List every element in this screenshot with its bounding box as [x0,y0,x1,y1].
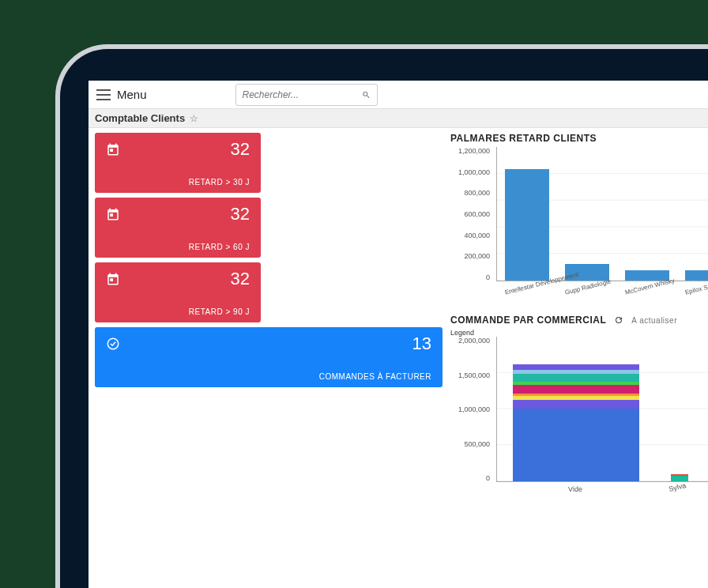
breadcrumb-bar: Comptable Clients ☆ [88,109,708,128]
breadcrumb-title: Comptable Clients [95,112,185,124]
x-tick-label: Epilox Soluti [684,278,708,312]
content-area: 32 RETARD > 30 J 32 RETARD > 60 J 32 RET… [88,128,708,588]
calendar-icon [106,142,120,156]
x-tick-label: Vide [512,485,638,503]
x-axis-labels: Entellestar DéveloppementGupp Radiologie… [496,281,708,305]
card-value: 32 [231,204,250,224]
bar-segment [513,374,639,382]
bar[interactable] [505,169,549,281]
bar-segment [513,400,639,409]
card-value: 32 [231,269,250,289]
menu-label: Menu [117,88,147,101]
card-retard-60[interactable]: 32 RETARD > 60 J [95,198,261,258]
chart-area: Legend 2,000,000 1,500,000 1,000,000 500… [450,329,708,503]
search-input[interactable] [243,89,362,100]
search-icon [362,89,371,100]
card-label: COMMANDES À FACTURER [319,372,431,381]
favorite-star-icon[interactable]: ☆ [190,113,198,124]
svg-point-0 [107,338,119,349]
card-label: RETARD > 30 J [189,178,250,187]
card-label: RETARD > 60 J [189,243,250,251]
x-tick-label: McCovern Whisky [624,278,673,312]
x-axis-labels: VideSylva [496,485,708,503]
device-frame: Menu Comptable Clients ☆ 32 RETARD [60,49,708,588]
card-value: 13 [412,334,431,354]
card-label: RETARD > 90 J [189,307,250,316]
menu-button[interactable]: Menu [96,88,147,101]
bar[interactable] [685,270,708,281]
x-tick-label: Entellestar Développement [504,278,553,312]
search-box[interactable] [235,84,378,106]
card-commandes-facturer[interactable]: 13 COMMANDES À FACTURER [95,327,442,387]
card-retard-90[interactable]: 32 RETARD > 90 J [95,262,261,322]
refresh-label[interactable]: A actualiser [631,316,677,325]
plot [496,337,708,482]
charts-column: PALMARES RETARD CLIENTS 1,200,000 1,000,… [450,133,708,588]
hamburger-icon [96,89,111,100]
card-value: 32 [231,139,250,160]
check-circle-icon [106,337,120,351]
calendar-icon [106,207,120,221]
chart-commande-commercial: COMMANDE PAR COMMERCIAL A actualiser Leg… [450,315,708,503]
chart-title: COMMANDE PAR COMMERCIAL A actualiser [450,315,708,326]
calendar-icon [106,272,120,286]
card-retard-30[interactable]: 32 RETARD > 30 J [95,133,261,193]
y-axis: 1,200,000 1,000,000 800,000 600,000 400,… [450,147,493,281]
bar-segment [513,409,639,481]
x-tick-label: Gupp Radiologie [564,278,613,312]
bar-segment [513,387,639,394]
app-screen: Menu Comptable Clients ☆ 32 RETARD [88,81,708,588]
stacked-bar[interactable] [671,474,688,481]
topbar: Menu [88,81,708,109]
bar-segment [671,476,688,481]
plot [496,147,708,281]
y-axis: 2,000,000 1,500,000 1,000,000 500,000 0 [450,337,493,482]
x-tick-label: Sylva [668,481,689,503]
refresh-icon[interactable] [614,315,623,325]
cards-column: 32 RETARD > 30 J 32 RETARD > 60 J 32 RET… [95,133,442,588]
chart-title: PALMARES RETARD CLIENTS [450,133,708,144]
legend-label: Legend [450,329,474,337]
stacked-bar[interactable] [513,364,639,481]
chart-area: 1,200,000 1,000,000 800,000 600,000 400,… [450,147,708,305]
chart-palmares: PALMARES RETARD CLIENTS 1,200,000 1,000,… [450,133,708,305]
